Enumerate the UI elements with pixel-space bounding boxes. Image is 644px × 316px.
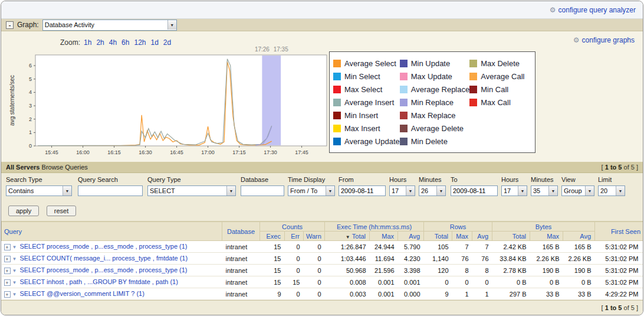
svg-text:17:35: 17:35 <box>274 46 288 53</box>
legend-item: Average Call <box>469 70 531 83</box>
svg-text:17:15: 17:15 <box>232 149 246 155</box>
col-err[interactable]: Err <box>285 232 304 241</box>
col-rows-total[interactable]: Total <box>424 232 452 241</box>
exec-count-cell: 15 <box>260 265 285 276</box>
rows-max-cell: 0 <box>452 276 472 288</box>
col-first-seen[interactable]: First Seen <box>595 222 643 241</box>
row-actions-icon[interactable]: ▼ <box>12 256 17 262</box>
dropdown-arrow-icon: ▼ <box>548 186 557 196</box>
legend-label: Min Delete <box>411 137 448 146</box>
row-actions-icon[interactable]: ▼ <box>12 280 17 285</box>
svg-text:17:30: 17:30 <box>264 149 277 155</box>
query-link[interactable]: SELECT process_mode , p...ess_mode , pro… <box>19 266 187 273</box>
time-avg-cell: 4.230 <box>398 253 424 265</box>
legend-swatch-icon <box>333 99 341 106</box>
to-date-input[interactable] <box>451 185 498 196</box>
expand-row-button[interactable]: + <box>4 244 11 250</box>
col-time-max[interactable]: Max <box>370 232 398 241</box>
legend-item: Average Insert <box>333 96 400 109</box>
dropdown-arrow-icon: ▼ <box>518 186 527 196</box>
to-hours-select[interactable]: 17▼ <box>501 185 527 196</box>
query-row: +▼SELECT @@version_comment LIMIT ? (1)in… <box>2 288 643 300</box>
legend-label: Max Update <box>411 72 452 81</box>
legend-swatch-icon <box>333 86 341 93</box>
svg-text:16:30: 16:30 <box>139 149 152 155</box>
activity-chart[interactable]: 17:2617:35012345615:4516:0016:1516:3016:… <box>8 44 334 161</box>
dropdown-arrow-icon: ▼ <box>616 186 625 196</box>
expand-row-button[interactable]: + <box>4 291 11 298</box>
pagination-top: [ 1 to 5 of 5 ] <box>602 164 638 171</box>
col-bytes-avg[interactable]: Avg <box>563 232 595 241</box>
graph-select[interactable]: Database Activity ▼ <box>42 19 177 31</box>
bytes-total-cell: 2.78 KB <box>492 265 530 276</box>
field-query-type: Query Type SELECT▼ <box>147 176 236 196</box>
row-actions-icon[interactable]: ▼ <box>12 268 17 273</box>
bytes-avg-cell: 190 B <box>563 265 595 276</box>
database-input[interactable] <box>241 185 284 196</box>
legend-label: Average Update <box>344 137 400 146</box>
view-label: View <box>561 176 594 183</box>
col-database[interactable]: Database <box>222 222 260 241</box>
legend-swatch-icon <box>400 112 408 119</box>
legend-item: Min Delete <box>400 135 470 148</box>
from-hours-select[interactable]: 17▼ <box>389 185 415 196</box>
svg-text:17:45: 17:45 <box>295 149 308 155</box>
from-minutes-select[interactable]: 26▼ <box>419 185 446 196</box>
warn-count-cell: 0 <box>304 253 325 265</box>
legend-swatch-icon <box>469 86 477 93</box>
dropdown-arrow-icon: ▼ <box>167 20 176 30</box>
graph-select-value: Database Activity <box>45 21 94 28</box>
to-hours-label: Hours <box>501 176 527 183</box>
warn-count-cell: 0 <box>304 276 325 288</box>
rows-total-cell: 1,140 <box>424 253 452 265</box>
legend-swatch-icon <box>400 138 408 145</box>
gear-icon: ⚙ <box>550 6 556 14</box>
legend-item: Max Replace <box>400 109 470 122</box>
reset-button[interactable]: reset <box>47 206 76 216</box>
col-time-total[interactable]: ▼Total <box>325 232 370 241</box>
col-query[interactable]: Query <box>2 222 222 241</box>
query-type-select[interactable]: SELECT▼ <box>147 185 236 196</box>
expand-row-button[interactable]: + <box>4 268 11 274</box>
from-date-input[interactable] <box>339 185 386 196</box>
legend-swatch-icon <box>469 99 477 106</box>
row-actions-icon[interactable]: ▼ <box>12 245 17 250</box>
query-link[interactable]: SELECT @@version_comment LIMIT ? (1) <box>19 290 144 297</box>
legend-item: Max Delete <box>469 57 531 70</box>
query-table: Query Database Counts Exec Time (hh:mm:s… <box>1 221 643 300</box>
configure-query-analyzer-link[interactable]: ⚙ configure query analyzer <box>550 6 636 14</box>
col-time-avg[interactable]: Avg <box>398 232 424 241</box>
search-type-select[interactable]: Contains▼ <box>6 185 72 196</box>
query-search-input[interactable] <box>78 185 143 196</box>
expand-row-button[interactable]: + <box>4 256 11 262</box>
to-minutes-select[interactable]: 35▼ <box>531 185 558 196</box>
col-rows-avg[interactable]: Avg <box>472 232 492 241</box>
field-from-minutes: Minutes 26▼ <box>419 176 446 196</box>
legend-item: Max Insert <box>333 122 400 135</box>
apply-button[interactable]: apply <box>8 206 39 216</box>
legend-item: Average Update <box>333 135 400 148</box>
col-bytes-max[interactable]: Max <box>530 232 563 241</box>
col-rows-max[interactable]: Max <box>452 232 472 241</box>
search-type-value: Contains <box>8 187 34 194</box>
legend-column: Max DeleteAverage CallMin CallMax Call <box>469 57 531 148</box>
col-bytes-total[interactable]: Total <box>492 232 530 241</box>
graph-panel: Zoom:1h2h4h6h12h1d2d ⚙ configure graphs … <box>1 31 643 162</box>
view-select[interactable]: Group▼ <box>561 185 594 196</box>
query-link[interactable]: SELECT COUNT( message_i... process_type … <box>19 255 188 262</box>
configure-graphs-link[interactable]: ⚙ configure graphs <box>573 36 635 44</box>
time-display-select[interactable]: From / To▼ <box>288 185 335 196</box>
time-total-cell: 50.968 <box>325 265 370 276</box>
limit-select[interactable]: 20▼ <box>598 185 625 196</box>
collapse-graph-button[interactable]: - <box>6 21 14 29</box>
legend-item: Min Call <box>469 83 531 96</box>
legend-swatch-icon <box>333 125 341 132</box>
expand-row-button[interactable]: + <box>4 279 11 286</box>
query-link[interactable]: SELECT process_mode , p...ess_mode , pro… <box>19 243 187 250</box>
col-warn[interactable]: Warn <box>304 232 325 241</box>
legend: Average SelectMin SelectMax SelectAverag… <box>329 51 535 153</box>
query-analyzer-window: ⚙ configure query analyzer - Graph: Data… <box>1 1 643 315</box>
row-actions-icon[interactable]: ▼ <box>12 292 17 297</box>
col-exec[interactable]: Exec <box>260 232 285 241</box>
query-link[interactable]: SELECT inhost , path , ...GROUP BY fmtda… <box>19 278 178 285</box>
